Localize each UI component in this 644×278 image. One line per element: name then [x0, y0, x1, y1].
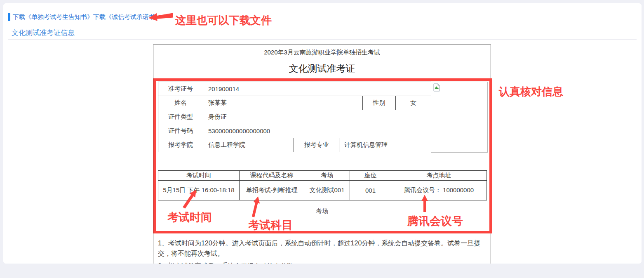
site-value: 腾讯会议号： 100000000	[391, 181, 487, 200]
candidate-info-table: 准考证号 201900014 姓名 张某某 性别 女 证件类型 身份证 证件号码…	[158, 82, 431, 152]
exam-subject-annotation: 考试科目	[248, 218, 293, 233]
verify-info-annotation: 认真核对信息	[499, 85, 563, 99]
site-header: 考点地址	[391, 171, 487, 181]
admission-no-value: 201900014	[203, 82, 431, 96]
tencent-meeting-annotation: 腾讯会议号	[407, 214, 463, 229]
admission-ticket-card: 2020年3月云南旅游职业学院单独招生考试 文化测试准考证 准考证号 20190…	[153, 45, 491, 264]
college-value: 信息工程学院	[203, 138, 294, 152]
room-header: 考场	[304, 171, 350, 181]
id-type-value: 身份证	[203, 110, 431, 124]
candidate-photo	[431, 82, 488, 153]
download-links-bar: 下载《单独考试考生告知书》 下载《诚信考试承诺书》	[8, 12, 161, 21]
table-row: 报考学院 信息工程学院 报考专业 计算机信息管理	[158, 138, 431, 152]
blue-accent-bar	[8, 13, 10, 21]
id-no-value: 530000000000000000	[203, 124, 431, 138]
exam-session-heading: 2020年3月云南旅游职业学院单独招生考试	[153, 49, 491, 57]
section-divider	[8, 39, 637, 40]
download-notice-link[interactable]: 下载《单独考试考生告知书》	[13, 13, 93, 21]
table-row: 证件号码 530000000000000000	[158, 124, 431, 138]
download-hint-annotation: 这里也可以下载文件	[175, 13, 272, 28]
left-arrow-icon	[148, 11, 174, 24]
table-row: 考试时间 课程代码及名称 考场 座位 考点地址	[158, 171, 487, 181]
time-header: 考试时间	[158, 171, 240, 181]
name-label: 姓名	[158, 96, 203, 110]
name-value: 张某某	[203, 96, 363, 110]
room-value: 文化测试001	[304, 181, 350, 200]
page-title: 文化测试准考证信息	[12, 28, 75, 38]
up-arrow-icon	[420, 194, 430, 214]
seat-header: 座位	[350, 171, 391, 181]
up-arrow-icon	[181, 187, 201, 212]
course-header: 课程代码及名称	[240, 171, 304, 181]
id-type-label: 证件类型	[158, 110, 203, 124]
table-row: 准考证号 201900014	[158, 82, 431, 96]
major-label: 报考专业	[294, 138, 339, 152]
gender-label: 性别	[363, 96, 396, 110]
exam-notes: 1、考试时间为120分钟。进入考试页面后，系统自动倒计时，超过120分钟，系统会…	[158, 238, 484, 264]
id-no-label: 证件号码	[158, 124, 203, 138]
note-line: 1、考试时间为120分钟。进入考试页面后，系统自动倒计时，超过120分钟，系统会…	[158, 238, 484, 259]
note-line: 2、提交试卷完成后，系统会当场自动给出分数	[158, 261, 484, 264]
table-row: 证件类型 身份证	[158, 110, 431, 124]
up-arrow-icon	[249, 195, 262, 220]
gender-value: 女	[396, 96, 431, 110]
content-panel: 下载《单独考试考生告知书》 下载《诚信考试承诺书》 文化测试准考证信息 2020…	[3, 3, 642, 264]
broken-image-icon	[432, 83, 441, 92]
table-row: 5月15日 下午 16:00-18:18 单招考试-判断推理 文化测试001 0…	[158, 181, 487, 200]
admission-no-label: 准考证号	[158, 82, 203, 96]
exam-schedule-table: 考试时间 课程代码及名称 考场 座位 考点地址 5月15日 下午 16:00-1…	[158, 170, 487, 200]
major-value: 计算机信息管理	[339, 138, 431, 152]
table-row: 姓名 张某某 性别 女	[158, 96, 431, 110]
college-label: 报考学院	[158, 138, 203, 152]
ticket-title: 文化测试准考证	[153, 62, 491, 75]
exam-time-annotation: 考试时间	[167, 210, 212, 225]
seat-value: 001	[350, 181, 391, 200]
